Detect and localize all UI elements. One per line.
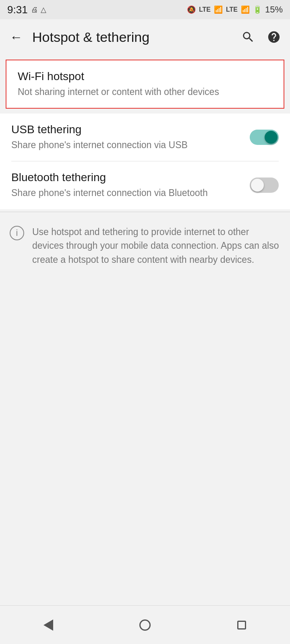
nav-back-button[interactable] bbox=[32, 613, 64, 637]
help-button[interactable] bbox=[263, 26, 285, 48]
nav-home-button[interactable] bbox=[129, 613, 161, 637]
bluetooth-tethering-toggle[interactable] bbox=[250, 178, 279, 193]
bluetooth-tethering-info: Bluetooth tethering Share phone's intern… bbox=[11, 171, 250, 199]
bluetooth-tethering-subtitle: Share phone's internet connection via Bl… bbox=[11, 186, 242, 199]
info-section: i Use hotspot and tethering to provide i… bbox=[0, 214, 290, 278]
wifi-hotspot-subtitle: Not sharing internet or content with oth… bbox=[18, 85, 272, 98]
wifi-hotspot-title: Wi-Fi hotspot bbox=[18, 70, 272, 83]
app-bar: ← Hotspot & tethering bbox=[0, 19, 290, 55]
tethering-section: USB tethering Share phone's internet con… bbox=[0, 114, 290, 209]
status-bar: 9:31 🖨 △ 🔕 LTE 📶 LTE 📶 🔋 15% bbox=[0, 0, 290, 19]
info-description: Use hotspot and tethering to provide int… bbox=[32, 225, 280, 267]
status-time: 9:31 bbox=[7, 4, 28, 16]
battery-icon: 🔋 bbox=[253, 5, 262, 14]
nav-recent-button[interactable] bbox=[226, 613, 258, 637]
usb-tethering-title: USB tethering bbox=[11, 123, 242, 136]
app-bar-actions bbox=[237, 26, 285, 48]
info-icon: i bbox=[10, 226, 24, 240]
usb-tethering-toggle[interactable] bbox=[250, 130, 279, 145]
signal-icon: 📶 bbox=[214, 5, 223, 14]
status-icons: 🖨 △ bbox=[31, 5, 46, 14]
alert-icon: △ bbox=[41, 5, 46, 14]
bluetooth-tethering-title: Bluetooth tethering bbox=[11, 171, 242, 184]
lte2-icon: LTE bbox=[226, 6, 238, 13]
usb-tethering-info: USB tethering Share phone's internet con… bbox=[11, 123, 250, 151]
usb-tethering-subtitle: Share phone's internet connection via US… bbox=[11, 138, 242, 151]
bluetooth-tethering-item[interactable]: Bluetooth tethering Share phone's intern… bbox=[11, 161, 279, 209]
status-bar-left: 9:31 🖨 △ bbox=[7, 4, 46, 16]
battery-percent: 15% bbox=[265, 4, 283, 15]
nav-home-icon bbox=[139, 619, 151, 631]
content: Wi-Fi hotspot Not sharing internet or co… bbox=[0, 55, 290, 605]
nav-back-icon bbox=[44, 619, 53, 631]
usb-tethering-item[interactable]: USB tethering Share phone's internet con… bbox=[11, 114, 279, 161]
nav-bar bbox=[0, 605, 290, 644]
info-icon-symbol: i bbox=[16, 228, 18, 238]
signal2-icon: 📶 bbox=[241, 5, 250, 14]
lte-icon: LTE bbox=[199, 6, 211, 13]
back-arrow-icon: ← bbox=[10, 30, 23, 45]
page-title: Hotspot & tethering bbox=[32, 29, 232, 45]
status-bar-right: 🔕 LTE 📶 LTE 📶 🔋 15% bbox=[187, 4, 283, 15]
search-button[interactable] bbox=[237, 26, 259, 48]
section-divider bbox=[0, 212, 290, 212]
usb-icon: 🖨 bbox=[31, 6, 38, 14]
nav-recent-icon bbox=[237, 621, 246, 630]
search-icon bbox=[241, 30, 255, 44]
wifi-hotspot-card[interactable]: Wi-Fi hotspot Not sharing internet or co… bbox=[6, 60, 284, 109]
mute-icon: 🔕 bbox=[187, 5, 196, 14]
help-icon bbox=[267, 30, 281, 44]
back-button[interactable]: ← bbox=[5, 26, 27, 48]
